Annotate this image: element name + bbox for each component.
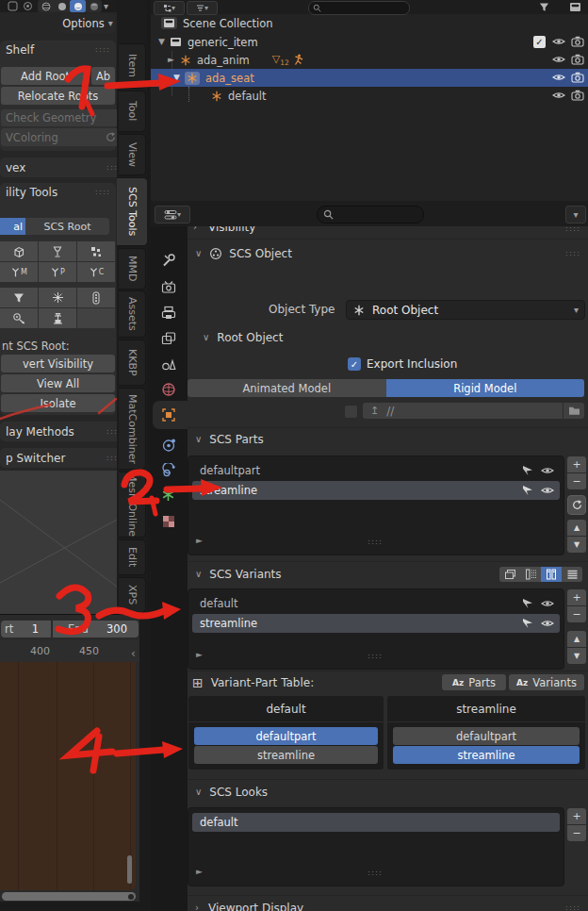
remove-variant-button[interactable]: − xyxy=(567,606,586,622)
shading-solid-icon[interactable] xyxy=(54,0,70,12)
remove-look-button[interactable]: − xyxy=(567,825,586,841)
view-layer-tab-icon[interactable] xyxy=(161,331,176,346)
properties-options-button[interactable]: ▾ xyxy=(565,206,586,224)
scope-toggle-scs-root[interactable]: SCS Root xyxy=(25,218,109,235)
tab-scs-tools[interactable]: SCS Tools xyxy=(117,177,148,246)
panel-grip[interactable]: :::: xyxy=(95,46,110,54)
sort-parts-button[interactable]: Az Parts xyxy=(442,674,506,690)
hide-eye-icon[interactable] xyxy=(541,466,554,475)
3d-viewport[interactable] xyxy=(0,471,117,614)
relocate-roots-button[interactable]: Relocate Roots xyxy=(1,87,115,105)
new-collection-icon[interactable] xyxy=(569,2,581,12)
object-type-dropdown[interactable]: Root Object ▾ xyxy=(346,300,585,320)
visibility-panel-header[interactable]: › Visibility :::: xyxy=(188,226,588,240)
filter-icon[interactable] xyxy=(539,2,549,12)
scope-toggle-left[interactable]: al xyxy=(0,218,25,235)
variants-view-multi-icon[interactable] xyxy=(541,567,562,582)
list-item-defaultpart[interactable]: defaultpart xyxy=(192,461,560,480)
scs-variants-panel-header[interactable]: ∨ SCS Variants xyxy=(188,561,588,587)
tab-mesh-online[interactable]: Mesh Online xyxy=(119,472,146,538)
list-item-default-look[interactable]: default xyxy=(192,813,560,832)
tool-tab-icon[interactable] xyxy=(161,253,176,268)
list-item-streamline[interactable]: streamline xyxy=(192,614,560,633)
light-locator-button[interactable] xyxy=(39,288,76,307)
rigid-model-button[interactable]: Rigid Model xyxy=(386,379,585,397)
shading-rendered-icon[interactable] xyxy=(86,0,102,12)
outliner-row-ada-anim[interactable]: ► ada_anim ▽12 xyxy=(151,51,588,69)
collision-locator-button[interactable]: C xyxy=(77,262,115,282)
tab-view[interactable]: View xyxy=(119,134,146,175)
move-part-down-button[interactable]: ▼ xyxy=(567,537,586,553)
add-look-button[interactable]: + xyxy=(567,808,586,824)
texture-tab-icon[interactable] xyxy=(161,514,176,529)
scs-object-panel-header[interactable]: ∨ SCS Object :::: xyxy=(188,241,588,266)
tab-edit[interactable]: Edit xyxy=(119,539,146,575)
table-part-toggle[interactable]: defaultpart xyxy=(393,727,580,745)
tab-assets[interactable]: Assets xyxy=(119,290,146,338)
browse-folder-button[interactable] xyxy=(564,403,584,419)
export-inclusion-checkbox[interactable]: ✓ xyxy=(348,357,361,371)
tab-item[interactable]: Item xyxy=(119,43,146,89)
font-tool-button[interactable]: Ab xyxy=(91,67,115,85)
create-particles-button[interactable] xyxy=(77,241,115,261)
frame-start-field[interactable]: rt 1 xyxy=(1,621,51,638)
vertical-scrollbar[interactable] xyxy=(127,855,132,884)
shading-material-icon[interactable] xyxy=(70,0,86,12)
isolate-button[interactable]: Isolate xyxy=(1,394,115,412)
exclusion-checkbox[interactable]: ✓ xyxy=(533,36,546,48)
semaphore-locator-button[interactable] xyxy=(0,288,38,307)
traffic-light-locator-button[interactable] xyxy=(77,288,115,307)
outliner-display-mode-button[interactable]: ▾ xyxy=(187,1,218,15)
move-variant-up-button[interactable]: ▲ xyxy=(567,631,586,647)
switcher-header[interactable]: p Switcher :::: xyxy=(0,448,127,468)
panel-grip[interactable]: :::: xyxy=(565,250,580,257)
table-part-toggle[interactable]: streamline xyxy=(194,746,378,764)
move-variant-down-button[interactable]: ▼ xyxy=(567,648,586,664)
model-locator-button[interactable]: M xyxy=(0,262,38,282)
outliner-row-default[interactable]: default xyxy=(151,87,588,105)
hide-eye-icon[interactable] xyxy=(541,599,554,608)
export-path-field[interactable]: ↥ // xyxy=(363,403,563,419)
path-checkbox[interactable] xyxy=(344,405,358,419)
disable-render-icon[interactable] xyxy=(571,36,584,47)
disable-render-icon[interactable] xyxy=(571,54,584,65)
scrollbar-end-knob[interactable] xyxy=(128,894,134,900)
hide-eye-icon[interactable] xyxy=(552,73,565,82)
object-data-tab-icon[interactable] xyxy=(161,488,175,502)
hide-eye-icon[interactable] xyxy=(552,91,565,100)
expand-chevron-icon[interactable]: ▼ xyxy=(173,74,180,82)
select-pointer-icon[interactable] xyxy=(522,598,533,609)
convex-panel-header[interactable]: vex :::: xyxy=(0,157,127,177)
timeline-ruler[interactable]: 400 450 xyxy=(0,640,139,662)
output-tab-icon[interactable] xyxy=(161,306,176,321)
variants-view-compact-icon[interactable] xyxy=(499,567,520,582)
create-glass-button[interactable] xyxy=(39,241,76,261)
panel-grip[interactable]: :::: xyxy=(565,904,580,911)
hide-eye-icon[interactable] xyxy=(552,55,565,64)
sort-variants-button[interactable]: Az Variants xyxy=(509,674,584,690)
outliner-editor-type-button[interactable]: ▾ xyxy=(154,1,185,15)
collapsed-chevron-icon[interactable]: ► xyxy=(168,56,174,64)
scs-parts-panel-header[interactable]: ∨ SCS Parts xyxy=(188,427,588,451)
list-expand-arrow[interactable]: ► xyxy=(196,650,203,659)
physics-tab-icon[interactable] xyxy=(161,463,176,478)
remove-part-button[interactable]: − xyxy=(567,473,586,489)
properties-editor-type-button[interactable]: ▾ xyxy=(155,206,190,224)
disable-render-icon[interactable] xyxy=(571,90,584,101)
properties-search-field[interactable] xyxy=(317,206,424,224)
vcoloring-button[interactable]: VColoring xyxy=(1,128,120,146)
refresh-parts-button[interactable] xyxy=(567,495,586,515)
check-geometry-button[interactable]: Check Geometry xyxy=(1,109,120,126)
add-root-button[interactable]: Add Root xyxy=(1,67,90,85)
scs-looks-panel-header[interactable]: ∨ SCS Looks xyxy=(188,779,588,804)
gizmo-icon[interactable] xyxy=(8,1,18,11)
invert-visibility-button[interactable]: vert Visibility xyxy=(1,355,115,373)
outliner-row-scene-collection[interactable]: Scene Collection xyxy=(151,14,588,32)
shading-dropdown-chevron[interactable]: ▾ xyxy=(104,2,108,11)
table-part-toggle[interactable]: streamline xyxy=(393,746,580,764)
list-expand-arrow[interactable]: ► xyxy=(196,867,203,876)
render-tab-icon[interactable] xyxy=(161,280,176,295)
view-all-button[interactable]: View All xyxy=(1,374,115,392)
world-tab-icon[interactable] xyxy=(161,382,176,397)
outliner-search-field[interactable] xyxy=(308,1,410,15)
